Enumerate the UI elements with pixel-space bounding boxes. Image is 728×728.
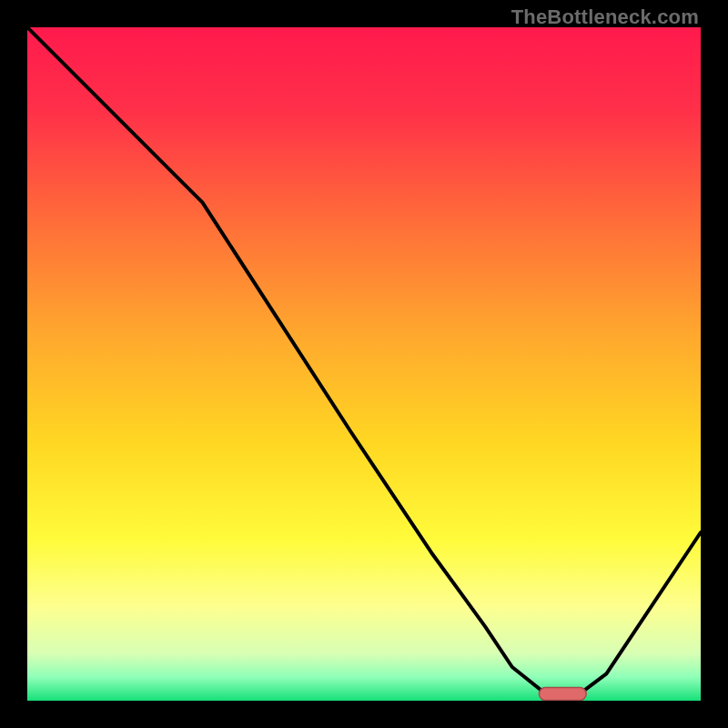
watermark-text: TheBottleneck.com bbox=[511, 5, 699, 29]
chart-frame: TheBottleneck.com bbox=[0, 0, 728, 728]
sweet-spot-marker bbox=[539, 688, 586, 701]
bottleneck-curve bbox=[27, 27, 701, 701]
plot-area bbox=[27, 27, 701, 701]
